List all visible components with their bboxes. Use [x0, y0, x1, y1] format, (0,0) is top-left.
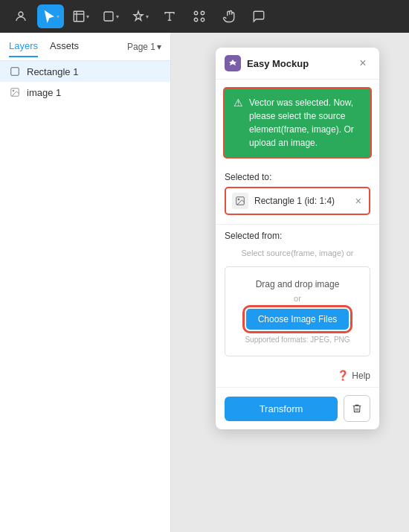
image-layer-icon	[9, 86, 21, 98]
trash-icon	[352, 403, 362, 414]
selected-item-name: Rectangle 1 (id: 1:4)	[254, 196, 348, 206]
selected-item-thumbnail-icon	[232, 193, 248, 209]
panel-bottom-bar: Transform	[216, 387, 379, 429]
selected-to-label: Selected to:	[225, 172, 370, 182]
vector-tool[interactable]: ▾	[126, 4, 153, 28]
svg-point-8	[201, 11, 204, 15]
selected-item-box: Rectangle 1 (id: 1:4) ×	[225, 187, 370, 215]
tab-layers[interactable]: Layers	[9, 36, 38, 57]
upload-formats-text: Supported formats: JPEG, PNG	[234, 336, 361, 344]
toolbar: ▾ ▾ ▾ ▾	[0, 0, 409, 33]
select-tool[interactable]: ▾	[37, 4, 64, 28]
divider	[216, 224, 379, 225]
help-row: ❓ Help	[216, 367, 379, 387]
svg-rect-4	[104, 12, 113, 21]
svg-point-7	[194, 11, 198, 15]
upload-or-text: or	[234, 294, 361, 303]
svg-rect-11	[11, 68, 19, 76]
components-tool[interactable]	[186, 4, 213, 28]
panel-title: Easy Mockup	[247, 58, 350, 69]
comment-tool[interactable]	[245, 4, 272, 28]
tab-assets[interactable]: Assets	[50, 36, 79, 57]
layer-name-image1: image 1	[27, 87, 61, 98]
shape-tool[interactable]: ▾	[97, 4, 123, 28]
alert-message: Vector was selected. Now, please select …	[249, 96, 361, 150]
plugin-icon	[225, 55, 241, 71]
selected-from-label: Selected from:	[225, 231, 370, 241]
layer-name-rectangle1: Rectangle 1	[27, 66, 78, 77]
page-chevron-icon: ▾	[157, 42, 161, 52]
layers-tab-label: Layers	[9, 40, 38, 51]
help-text[interactable]: Help	[352, 371, 370, 381]
help-icon: ❓	[337, 370, 349, 381]
frame-tool[interactable]: ▾	[67, 4, 94, 28]
layer-item-image1[interactable]: image 1	[0, 82, 170, 103]
svg-point-13	[13, 90, 14, 92]
transform-button[interactable]: Transform	[225, 397, 338, 421]
choose-image-button[interactable]: Choose Image Files	[246, 309, 350, 330]
text-tool[interactable]	[156, 4, 183, 28]
select-source-hint: Select source(frame, image) or	[225, 246, 370, 260]
svg-point-9	[194, 18, 198, 22]
layer-item-rectangle1[interactable]: Rectangle 1	[0, 61, 170, 82]
selected-to-section: Selected to: Rectangle 1 (id: 1:4) ×	[216, 166, 379, 221]
panel-close-button[interactable]: ×	[355, 56, 370, 71]
alert-box: ⚠ Vector was selected. Now, please selec…	[223, 87, 372, 158]
page-selector[interactable]: Page 1 ▾	[127, 42, 161, 52]
remove-selected-button[interactable]: ×	[354, 193, 363, 208]
sidebar-tab-bar: Layers Assets Page 1 ▾	[0, 33, 170, 61]
svg-point-10	[201, 18, 204, 22]
sidebar: Layers Assets Page 1 ▾ Rectangle 1 image…	[0, 33, 171, 532]
page-label: Page 1	[127, 42, 155, 52]
upload-drop-zone[interactable]: Drag and drop image or Choose Image File…	[225, 266, 370, 356]
selected-from-section: Selected from: Select source(frame, imag…	[216, 228, 379, 367]
svg-point-15	[238, 199, 239, 200]
rectangle-icon	[9, 65, 21, 77]
plugin-panel: Easy Mockup × ⚠ Vector was selected. Now…	[216, 48, 379, 429]
delete-button[interactable]	[344, 395, 370, 422]
alert-warning-icon: ⚠	[234, 97, 243, 150]
svg-point-0	[19, 12, 23, 16]
avatar-tool[interactable]	[7, 4, 34, 28]
svg-rect-1	[74, 11, 84, 22]
hand-tool[interactable]	[216, 4, 242, 28]
upload-drag-text: Drag and drop image	[234, 279, 361, 289]
assets-tab-label: Assets	[50, 40, 79, 51]
panel-header: Easy Mockup ×	[216, 48, 379, 80]
